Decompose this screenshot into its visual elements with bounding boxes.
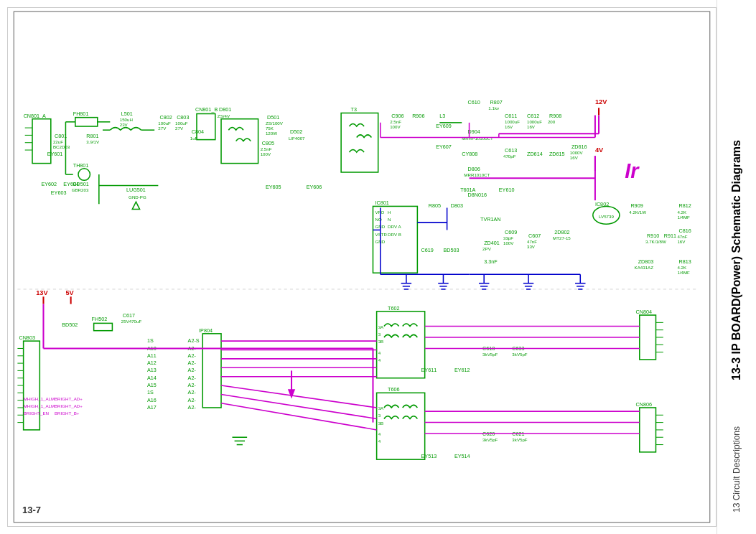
svg-text:A14: A14: [147, 375, 157, 381]
svg-text:4V: 4V: [595, 146, 604, 154]
svg-text:CN801_A: CN801_A: [24, 113, 46, 119]
svg-text:GBR203: GBR203: [72, 187, 89, 192]
svg-text:3: 3: [378, 332, 381, 337]
svg-text:D806: D806: [467, 166, 480, 172]
svg-text:EY606: EY606: [307, 184, 322, 190]
svg-text:D8N016: D8N016: [467, 192, 487, 198]
svg-text:IP804: IP804: [199, 327, 213, 334]
svg-text:MRR1010CT: MRR1010CT: [464, 172, 490, 177]
svg-text:3: 3: [378, 413, 381, 418]
svg-text:1000V: 1000V: [570, 150, 584, 155]
svg-text:EY612: EY612: [454, 367, 470, 373]
svg-text:C802: C802: [159, 114, 172, 121]
svg-text:120W: 120W: [266, 131, 277, 136]
svg-text:2.5nF: 2.5nF: [261, 146, 272, 151]
svg-text:LUG501: LUG501: [126, 187, 146, 193]
svg-text:TVR1AN: TVR1AN: [480, 216, 500, 222]
svg-text:C617: C617: [123, 312, 135, 319]
svg-text:3B: 3B: [378, 339, 384, 344]
svg-text:H: H: [388, 210, 391, 215]
svg-text:100uF: 100uF: [158, 121, 171, 126]
svg-text:L3: L3: [439, 113, 445, 119]
svg-text:A2-S: A2-S: [188, 337, 200, 344]
svg-text:A2-: A2-: [188, 360, 197, 366]
svg-text:4: 4: [378, 357, 381, 362]
svg-text:4.2K: 4.2K: [677, 265, 687, 270]
svg-text:MT27-15: MT27-15: [553, 235, 571, 240]
svg-text:A2-: A2-: [188, 352, 197, 359]
svg-text:Ir: Ir: [625, 159, 640, 182]
svg-text:100uF: 100uF: [175, 121, 188, 126]
svg-text:NO: NO: [375, 217, 382, 222]
svg-text:BD502: BD502: [62, 322, 78, 328]
svg-text:R911: R911: [664, 233, 676, 239]
svg-text:27V: 27V: [175, 126, 184, 131]
svg-text:EY605: EY605: [266, 184, 281, 190]
svg-text:1S: 1S: [147, 389, 154, 395]
svg-text:BRIGHT_AD+: BRIGHT_AD+: [55, 396, 83, 401]
svg-text:3A: 3A: [378, 324, 384, 329]
svg-text:A2-: A2-: [188, 367, 197, 373]
svg-text:BD503: BD503: [443, 247, 459, 253]
svg-text:3.3nF: 3.3nF: [484, 258, 498, 265]
svg-text:EY607: EY607: [436, 144, 452, 150]
svg-text:ZD803: ZD803: [638, 258, 654, 265]
svg-text:ZD401: ZD401: [484, 240, 500, 246]
svg-text:4.2K: 4.2K: [677, 210, 687, 215]
svg-text:100V: 100V: [390, 124, 401, 129]
svg-text:EY602: EY602: [41, 181, 57, 187]
svg-text:5V: 5V: [65, 289, 74, 296]
svg-text:TH801: TH801: [73, 162, 89, 169]
svg-text:25V470uF: 25V470uF: [121, 319, 142, 324]
page-container: CN801_A EY601 FH801 C801 22uF BC2D: [0, 0, 756, 534]
svg-rect-0: [10, 8, 714, 526]
svg-text:A2-: A2-: [188, 375, 197, 381]
svg-text:C801: C801: [55, 133, 67, 139]
svg-text:13V: 13V: [36, 289, 48, 296]
svg-text:75K: 75K: [266, 126, 274, 131]
svg-text:CN804: CN804: [636, 309, 652, 315]
svg-text:D801: D801: [219, 106, 231, 113]
right-sidebar: 13-3 IP BOARD(Power) Schematic Diagrams …: [717, 0, 756, 534]
svg-text:16V: 16V: [527, 124, 536, 129]
svg-text:3A: 3A: [378, 406, 384, 411]
svg-text:DRV A: DRV A: [388, 224, 401, 229]
svg-text:1.1kv: 1.1kv: [488, 106, 500, 111]
svg-text:N: N: [388, 217, 391, 222]
svg-text:D502: D502: [290, 128, 302, 135]
svg-text:A2-: A2-: [188, 389, 197, 395]
schematic-svg: CN801_A EY601 FH801 C801 22uF BC2D: [8, 8, 716, 526]
svg-text:R805: R805: [429, 202, 441, 209]
svg-text:100V: 100V: [503, 240, 514, 245]
svg-text:C609: C609: [505, 229, 517, 235]
svg-text:A2-: A2-: [188, 397, 197, 403]
svg-text:MHIGH_1_ALM: MHIGH_1_ALM: [24, 403, 55, 408]
svg-text:R801: R801: [86, 133, 98, 139]
svg-text:BRIGHT_B+: BRIGHT_B+: [55, 411, 80, 416]
svg-text:LV5739: LV5739: [599, 214, 614, 219]
svg-text:4.2K/1W: 4.2K/1W: [629, 210, 646, 215]
svg-text:FH801: FH801: [73, 111, 89, 117]
svg-text:D803: D803: [451, 202, 463, 209]
svg-text:A13: A13: [147, 367, 157, 373]
svg-text:LIF4007: LIF4007: [289, 136, 305, 141]
svg-text:3B: 3B: [378, 421, 384, 426]
svg-text:A2-: A2-: [188, 382, 197, 388]
svg-text:100V: 100V: [261, 151, 271, 156]
svg-text:A12: A12: [147, 360, 157, 366]
svg-text:A11: A11: [147, 352, 157, 359]
svg-text:CN801_B: CN801_B: [195, 106, 218, 113]
svg-text:R910: R910: [647, 233, 659, 239]
svg-text:1/4MF: 1/4MF: [677, 215, 690, 220]
svg-text:T602: T602: [388, 305, 399, 312]
svg-text:ZS/100V: ZS/100V: [266, 121, 284, 126]
svg-text:1000uF: 1000uF: [505, 119, 520, 124]
svg-text:23V: 23V: [120, 122, 129, 127]
svg-text:R909: R909: [630, 202, 643, 209]
svg-text:IC801: IC801: [375, 200, 389, 206]
svg-text:MHIGH_1_ALM: MHIGH_1_ALM: [24, 396, 55, 401]
svg-text:EY513: EY513: [421, 453, 437, 459]
svg-text:C613: C613: [505, 147, 517, 154]
svg-text:47nF: 47nF: [677, 234, 687, 239]
svg-text:33V: 33V: [527, 244, 536, 249]
